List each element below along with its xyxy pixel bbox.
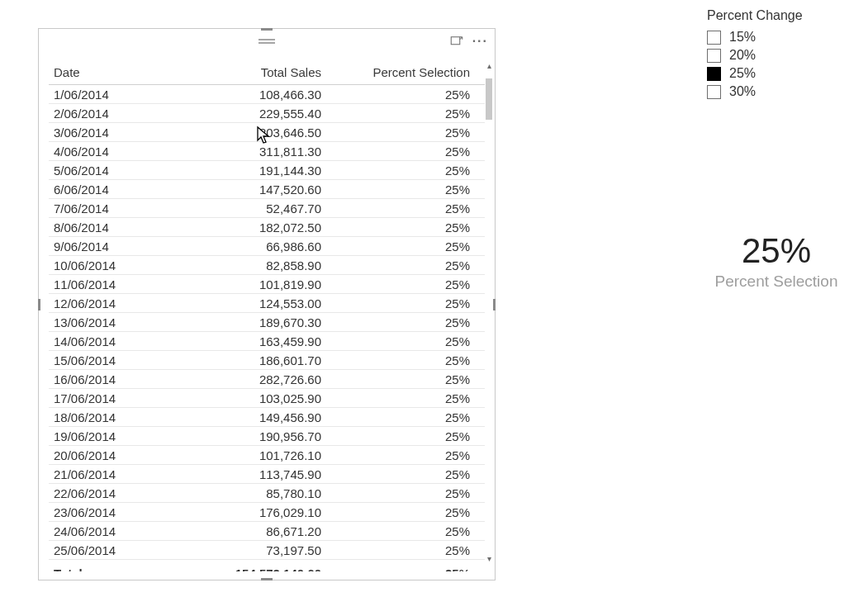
table-row[interactable]: 10/06/201482,858.9025% [49,256,485,275]
cell-date: 14/06/2014 [49,332,168,351]
cell-sales: 191,144.30 [168,161,326,180]
cell-date: 15/06/2014 [49,351,168,370]
cell-pct: 25% [326,142,485,161]
checkbox-icon[interactable] [707,67,721,81]
cell-sales: 186,601.70 [168,351,326,370]
cell-sales: 124,553.00 [168,294,326,313]
vertical-scrollbar[interactable]: ▴ ▾ [483,29,495,580]
cell-sales: 229,555.40 [168,104,326,123]
cell-date: 1/06/2014 [49,85,168,104]
cell-pct: 25% [326,503,485,522]
cell-date: 21/06/2014 [49,465,168,484]
col-header-date[interactable]: Date [49,62,168,85]
cell-pct: 25% [326,85,485,104]
cell-pct: 25% [326,256,485,275]
cell-sales: 189,670.30 [168,313,326,332]
cell-sales: 103,025.90 [168,389,326,408]
scroll-up-arrow-icon[interactable]: ▴ [483,60,495,72]
table-row[interactable]: 19/06/2014190,956.7025% [49,427,485,446]
slicer-option[interactable]: 30% [707,83,847,101]
total-row: Total 154,573,140.60 25% [49,560,485,572]
cell-pct: 25% [326,389,485,408]
cell-date: 16/06/2014 [49,370,168,389]
table-scroll-region[interactable]: Date Total Sales Percent Selection 1/06/… [49,62,485,571]
table-row[interactable]: 7/06/201452,467.7025% [49,199,485,218]
table-row[interactable]: 4/06/2014311,811.3025% [49,142,485,161]
cell-date: 2/06/2014 [49,104,168,123]
table-row[interactable]: 8/06/2014182,072.5025% [49,218,485,237]
svg-rect-0 [451,37,460,45]
data-table: Date Total Sales Percent Selection 1/06/… [49,62,485,571]
cell-sales: 147,520.60 [168,180,326,199]
table-row[interactable]: 15/06/2014186,601.7025% [49,351,485,370]
table-row[interactable]: 21/06/2014113,745.9025% [49,465,485,484]
table-row[interactable]: 16/06/2014282,726.6025% [49,370,485,389]
checkbox-icon[interactable] [707,31,721,45]
table-row[interactable]: 12/06/2014124,553.0025% [49,294,485,313]
cell-pct: 25% [326,313,485,332]
cell-pct: 25% [326,408,485,427]
cell-sales: 82,858.90 [168,256,326,275]
cell-date: 9/06/2014 [49,237,168,256]
table-row[interactable]: 9/06/201466,986.6025% [49,237,485,256]
cell-date: 25/06/2014 [49,541,168,560]
table-row[interactable]: 14/06/2014163,459.9025% [49,332,485,351]
cell-sales: 149,456.90 [168,408,326,427]
checkbox-icon[interactable] [707,85,721,99]
cell-pct: 25% [326,294,485,313]
slicer-option-label: 15% [729,30,756,45]
card-label: Percent Selection [702,272,851,291]
scroll-down-arrow-icon[interactable]: ▾ [483,553,495,565]
col-header-percent[interactable]: Percent Selection [326,62,485,85]
cell-date: 5/06/2014 [49,161,168,180]
table-row[interactable]: 20/06/2014101,726.1025% [49,446,485,465]
slicer-option[interactable]: 25% [707,64,847,83]
table-row[interactable]: 5/06/2014191,144.3025% [49,161,485,180]
table-row[interactable]: 23/06/2014176,029.1025% [49,503,485,522]
cell-sales: 86,671.20 [168,522,326,541]
cell-pct: 25% [326,351,485,370]
cell-pct: 25% [326,522,485,541]
cell-pct: 25% [326,332,485,351]
table-row[interactable]: 22/06/201485,780.1025% [49,484,485,503]
cell-sales: 113,745.90 [168,465,326,484]
total-label: Total [49,560,168,572]
col-header-sales[interactable]: Total Sales [168,62,326,85]
cell-pct: 25% [326,104,485,123]
table-row[interactable]: 13/06/2014189,670.3025% [49,313,485,332]
resize-handle-left[interactable] [38,299,40,310]
cell-pct: 25% [326,484,485,503]
table-row[interactable]: 11/06/2014101,819.9025% [49,275,485,294]
cell-date: 10/06/2014 [49,256,168,275]
cell-sales: 203,646.50 [168,123,326,142]
cell-sales: 311,811.30 [168,142,326,161]
visual-title-bar[interactable]: ··· [39,29,495,54]
cell-sales: 101,819.90 [168,275,326,294]
table-row[interactable]: 6/06/2014147,520.6025% [49,180,485,199]
cell-date: 11/06/2014 [49,275,168,294]
slicer-option[interactable]: 20% [707,46,847,64]
drag-handle-icon[interactable] [259,39,275,44]
cell-date: 4/06/2014 [49,142,168,161]
cell-date: 20/06/2014 [49,446,168,465]
cell-sales: 282,726.60 [168,370,326,389]
cell-date: 7/06/2014 [49,199,168,218]
cell-date: 13/06/2014 [49,313,168,332]
table-row[interactable]: 24/06/201486,671.2025% [49,522,485,541]
table-row[interactable]: 2/06/2014229,555.4025% [49,104,485,123]
slicer-option-label: 30% [729,84,756,99]
table-row[interactable]: 17/06/2014103,025.9025% [49,389,485,408]
slicer-option[interactable]: 15% [707,28,847,46]
scroll-thumb[interactable] [486,78,492,120]
checkbox-icon[interactable] [707,49,721,63]
focus-mode-icon[interactable] [449,34,464,49]
resize-handle-bottom[interactable] [261,578,273,580]
cell-pct: 25% [326,237,485,256]
table-row[interactable]: 1/06/2014108,466.3025% [49,85,485,104]
cell-pct: 25% [326,370,485,389]
table-visual[interactable]: ··· Date Total Sales Percent Selection 1… [38,28,496,580]
cell-pct: 25% [326,180,485,199]
table-row[interactable]: 18/06/2014149,456.9025% [49,408,485,427]
table-row[interactable]: 25/06/201473,197.5025% [49,541,485,560]
table-row[interactable]: 3/06/2014203,646.5025% [49,123,485,142]
